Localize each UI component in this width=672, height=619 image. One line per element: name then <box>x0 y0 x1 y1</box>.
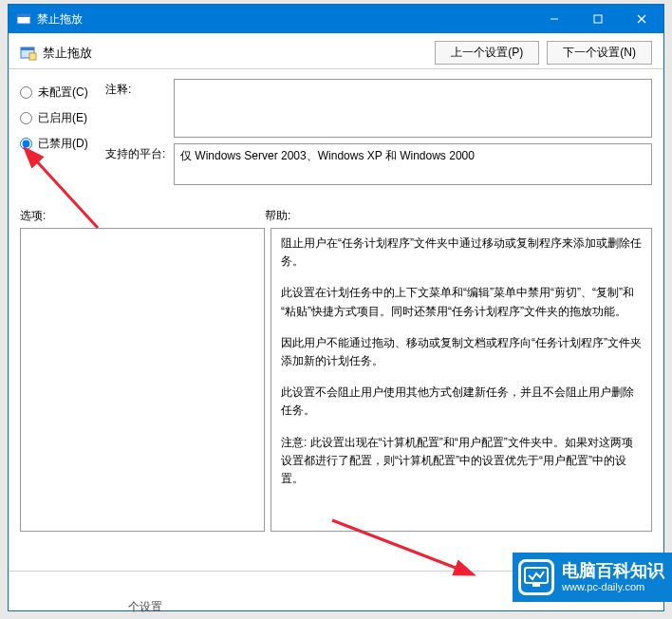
previous-setting-button[interactable]: 上一个设置(P) <box>435 41 539 65</box>
help-paragraph: 阻止用户在“任务计划程序”文件夹中通过移动或复制程序来添加或删除任务。 <box>281 234 642 271</box>
svg-rect-8 <box>29 53 36 60</box>
watermark-title: 电脑百科知识 <box>562 562 664 581</box>
notes-label: 注释: <box>105 79 174 138</box>
radio-disabled[interactable]: 已禁用(D) <box>20 136 105 152</box>
policy-icon <box>20 45 37 62</box>
help-paragraph: 注意: 此设置出现在“计算机配置”和“用户配置”文件夹中。如果对这两项设置都进行… <box>281 434 642 489</box>
options-label: 选项: <box>20 208 265 224</box>
svg-rect-7 <box>21 47 34 50</box>
supported-platform-text: 仅 Windows Server 2003、Windows XP 和 Windo… <box>180 149 475 162</box>
svg-rect-3 <box>594 15 602 23</box>
radio-enabled-input[interactable] <box>20 112 32 124</box>
svg-rect-11 <box>525 568 548 583</box>
policy-title: 禁止拖放 <box>43 45 92 62</box>
header-row: 禁止拖放 上一个设置(P) 下一个设置(N) <box>9 33 663 68</box>
watermark: 电脑百科知识 www.pc-daily.com <box>513 553 672 602</box>
radio-enabled[interactable]: 已启用(E) <box>20 110 105 126</box>
radio-disabled-input[interactable] <box>20 138 32 150</box>
separator <box>9 68 663 69</box>
minimize-button[interactable] <box>532 5 576 33</box>
help-paragraph: 此设置不会阻止用户使用其他方式创建新任务，并且不会阻止用户删除任务。 <box>281 384 642 420</box>
radio-not-configured-input[interactable] <box>20 86 32 99</box>
radio-enabled-label: 已启用(E) <box>38 110 87 126</box>
help-paragraph: 因此用户不能通过拖动、移动或复制文档或程序向“任务计划程序”文件夹添加新的计划任… <box>281 334 642 370</box>
watermark-url: www.pc-daily.com <box>562 581 664 592</box>
help-pane[interactable]: 阻止用户在“任务计划程序”文件夹中通过移动或复制程序来添加或删除任务。 此设置在… <box>271 228 652 532</box>
panes: 阻止用户在“任务计划程序”文件夹中通过移动或复制程序来添加或删除任务。 此设置在… <box>9 228 663 571</box>
radio-not-configured-label: 未配置(C) <box>38 84 88 101</box>
background-text-fragment: 个设置 <box>128 599 162 615</box>
supported-platform-box: 仅 Windows Server 2003、Windows XP 和 Windo… <box>174 143 652 185</box>
pane-labels: 选项: 帮助: <box>9 191 663 228</box>
svg-rect-12 <box>532 584 540 587</box>
options-pane[interactable] <box>20 228 265 532</box>
radio-not-configured[interactable]: 未配置(C) <box>20 84 105 101</box>
platform-label: 支持的平台: <box>105 143 174 185</box>
monitor-icon <box>518 559 554 595</box>
titlebar: 禁止拖放 <box>9 5 663 33</box>
next-setting-button[interactable]: 下一个设置(N) <box>547 41 652 65</box>
help-label: 帮助: <box>265 208 290 224</box>
help-content: 阻止用户在“任务计划程序”文件夹中通过移动或复制程序来添加或删除任务。 此设置在… <box>271 229 651 507</box>
svg-rect-1 <box>17 14 30 17</box>
form-area: 未配置(C) 已启用(E) 已禁用(D) 注释: 支持的平台: 仅 Window… <box>9 75 663 191</box>
policy-editor-window: 禁止拖放 禁止拖放 上一个设置(P) 下一个设置(N) 未配置(C) <box>8 4 664 611</box>
maximize-button[interactable] <box>576 5 620 33</box>
close-button[interactable] <box>620 5 663 33</box>
app-icon <box>16 11 31 27</box>
radio-disabled-label: 已禁用(D) <box>38 136 88 152</box>
notes-textarea[interactable] <box>174 79 652 138</box>
help-paragraph: 此设置在计划任务中的上下文菜单和“编辑”菜单中禁用“剪切”、“复制”和“粘贴”快… <box>281 284 642 320</box>
window-title: 禁止拖放 <box>37 11 83 28</box>
state-radio-group: 未配置(C) 已启用(E) 已禁用(D) <box>20 79 105 191</box>
